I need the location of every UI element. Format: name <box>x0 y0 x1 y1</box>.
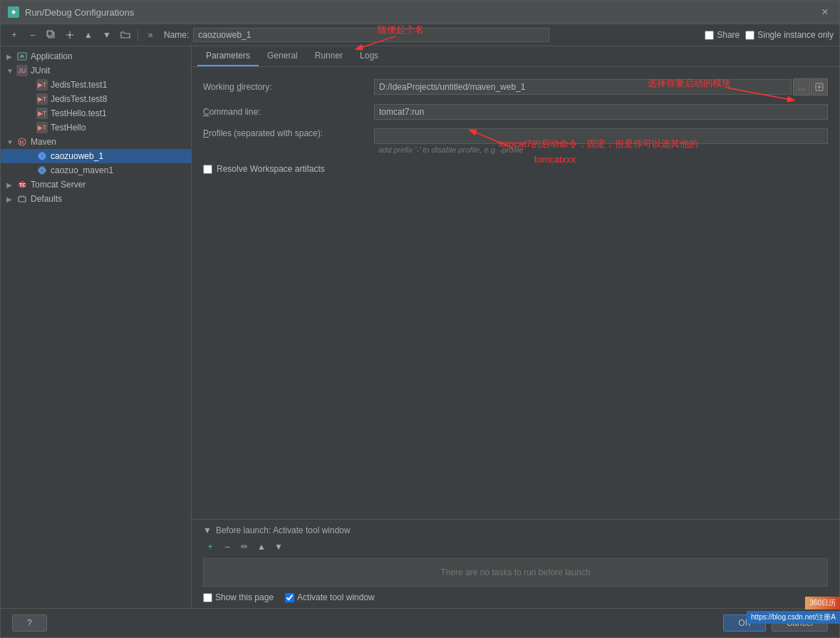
config-tree: ▶ Application ▼ JU JUnit ▶T JedisTe <box>1 46 192 608</box>
profiles-hint: add prefix '-' to disable profile, e.g. … <box>374 144 828 155</box>
sidebar-item-defaults[interactable]: ▶ Defaults <box>1 192 191 206</box>
testhello1-icon: ▶T <box>36 108 48 119</box>
sidebar-item-maven[interactable]: ▼ M Maven <box>1 135 191 149</box>
copy-config-button[interactable] <box>43 27 59 43</box>
folder-button[interactable] <box>118 27 133 43</box>
tab-general[interactable]: General <box>259 46 306 66</box>
command-line-wrap <box>374 104 828 120</box>
bl-remove-button[interactable]: – <box>220 540 234 554</box>
activate-tool-checkbox[interactable] <box>285 593 294 602</box>
sidebar-item-testhello[interactable]: ▶T TestHello <box>1 120 191 135</box>
profiles-wrap: add prefix '-' to disable profile, e.g. … <box>374 128 828 155</box>
tab-runner[interactable]: Runner <box>306 46 351 66</box>
application-label: Application <box>31 51 73 61</box>
caozuoweb1-label: caozuoweb_1 <box>51 151 103 161</box>
working-dir-label: Working directory: <box>203 82 374 92</box>
main-toolbar: + – ▲ ▼ » Name: <box>1 24 839 46</box>
resolve-label: Resolve Workspace artifacts <box>217 164 325 174</box>
single-instance-checkbox[interactable] <box>745 31 755 40</box>
before-launch-arrow: ▼ <box>203 525 212 535</box>
single-instance-checkbox-wrap[interactable]: Single instance only <box>745 30 834 40</box>
sidebar-item-tomcat[interactable]: ▶ TC Tomcat Server <box>1 177 191 192</box>
title-bar-left: Run/Debug Configurations <box>8 6 134 18</box>
caozuo-maven1-label: caozuo_maven1 <box>51 165 113 175</box>
bl-up-button[interactable]: ▲ <box>254 540 269 554</box>
arrow-junit: ▼ <box>6 67 16 75</box>
close-button[interactable]: × <box>818 5 832 19</box>
sidebar-item-jedistest1[interactable]: ▶T JedisTest.test1 <box>1 78 191 92</box>
arrow-application: ▶ <box>6 53 16 61</box>
help-button[interactable]: ? <box>12 614 47 632</box>
command-line-input[interactable] <box>374 104 828 120</box>
share-checkbox[interactable] <box>705 31 714 40</box>
title-bar: Run/Debug Configurations × <box>1 1 839 24</box>
profiles-row: Profiles (separated with space): add pre… <box>203 128 828 155</box>
app-icon <box>16 51 28 62</box>
show-page-wrap[interactable]: Show this page <box>203 592 274 602</box>
defaults-icon <box>16 193 28 205</box>
tab-content: Working directory: … <box>192 67 839 519</box>
move-down-button[interactable]: ▼ <box>99 27 115 43</box>
bottom-options: Show this page Activate tool window <box>203 592 828 602</box>
config-name-input[interactable] <box>193 28 549 42</box>
testhello1-label: TestHello.test1 <box>51 108 107 118</box>
resolve-row: Resolve Workspace artifacts <box>203 164 828 174</box>
settings-button[interactable] <box>62 27 78 43</box>
working-dir-input[interactable] <box>374 79 792 95</box>
jedistest8-label: JedisTest.test8 <box>51 94 107 104</box>
before-launch-section: ▼ Before launch: Activate tool window + … <box>192 519 839 608</box>
defaults-label: Defaults <box>31 194 62 204</box>
toolbar-separator <box>138 29 138 41</box>
remove-config-button[interactable]: – <box>25 27 41 43</box>
before-launch-header: ▼ Before launch: Activate tool window <box>203 525 828 535</box>
sidebar-item-caozuo-maven1[interactable]: caozuo_maven1 <box>1 163 191 177</box>
working-dir-row: Working directory: … <box>203 78 828 96</box>
add-config-button[interactable]: + <box>6 27 22 43</box>
command-line-row: Command line: <box>203 104 828 120</box>
sidebar-item-testhello1[interactable]: ▶T TestHello.test1 <box>1 106 191 120</box>
move-up-button[interactable]: ▲ <box>81 27 96 43</box>
working-dir-wrap: … <box>374 78 828 96</box>
svg-rect-25 <box>19 197 26 202</box>
show-page-label: Show this page <box>215 592 274 602</box>
dialog-body: ▶ Application ▼ JU JUnit ▶T JedisTe <box>1 46 839 608</box>
before-launch-tasks: There are no tasks to run before launch <box>203 558 828 587</box>
arrow-defaults: ▶ <box>6 195 16 203</box>
activate-tool-label: Activate tool window <box>297 592 375 602</box>
sidebar-item-jedistest8[interactable]: ▶T JedisTest.test8 <box>1 92 191 106</box>
test1-icon: ▶T <box>36 79 48 91</box>
share-checkbox-wrap[interactable]: Share <box>705 30 740 40</box>
sidebar-item-junit[interactable]: ▼ JU JUnit <box>1 63 191 78</box>
main-panel: Parameters General Runner Logs Working d… <box>192 46 839 608</box>
working-dir-macro-btn[interactable] <box>811 78 828 96</box>
testhello-label: TestHello <box>51 123 85 133</box>
caozuo-maven1-icon <box>36 165 48 176</box>
working-dir-browse-btn[interactable]: … <box>793 78 810 96</box>
name-label: Name: <box>164 30 189 40</box>
junit-label: JUnit <box>31 66 50 76</box>
tomcat-label: Tomcat Server <box>31 180 85 190</box>
more-button[interactable]: » <box>142 27 158 43</box>
tab-parameters[interactable]: Parameters <box>197 46 259 66</box>
dialog-title: Run/Debug Configurations <box>25 7 134 18</box>
testhello-icon: ▶T <box>36 122 48 133</box>
command-line-label: Command line: <box>203 107 374 117</box>
sidebar-item-caozuoweb1[interactable]: caozuoweb_1 <box>1 149 191 163</box>
profiles-input[interactable] <box>374 128 828 144</box>
watermark-360: 360日历 <box>805 597 840 609</box>
watermark-csdn: https://blog.csdn.net/注册A <box>747 611 840 624</box>
toolbar-right: Share Single instance only <box>705 30 834 40</box>
tab-logs[interactable]: Logs <box>351 46 387 66</box>
bl-add-button[interactable]: + <box>203 540 217 554</box>
bl-edit-button[interactable]: ✏ <box>237 540 252 554</box>
show-page-checkbox[interactable] <box>203 593 212 602</box>
junit-icon: JU <box>16 65 28 76</box>
bl-down-button[interactable]: ▼ <box>271 540 286 554</box>
dialog-icon <box>8 6 19 18</box>
resolve-checkbox[interactable] <box>203 165 212 174</box>
svg-text:M: M <box>20 140 24 145</box>
maven-label: Maven <box>31 137 56 147</box>
profiles-label: Profiles (separated with space): <box>203 128 374 138</box>
sidebar-item-application[interactable]: ▶ Application <box>1 49 191 63</box>
activate-tool-wrap[interactable]: Activate tool window <box>285 592 375 602</box>
